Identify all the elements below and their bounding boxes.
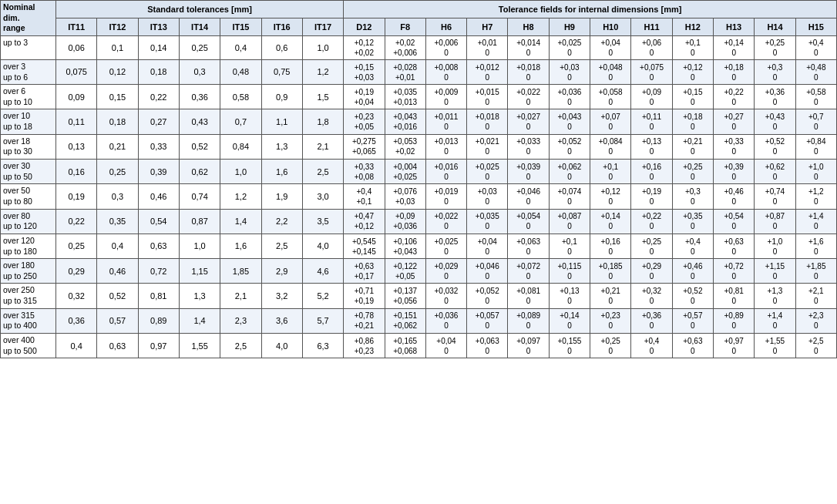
tol-value: +0,0570 — [467, 308, 508, 333]
it-value: 2,5 — [302, 160, 343, 184]
tol-value: +0,290 — [631, 259, 672, 284]
tol-value: +0,23+0,05 — [344, 109, 385, 134]
tol-value: +0,520 — [672, 284, 713, 308]
it-value: 4,0 — [261, 334, 302, 358]
it-value: 0,09 — [56, 85, 97, 109]
tol-value: +0,0090 — [425, 85, 466, 109]
it-value: 0,33 — [138, 134, 179, 159]
tol-value: +0,40 — [631, 334, 672, 358]
it-value: 0,36 — [179, 85, 220, 109]
tol-value: +0,040 — [467, 234, 508, 258]
header-it16: IT16 — [261, 18, 302, 35]
tol-value: +0,140 — [714, 35, 755, 59]
tol-value: +0,120 — [590, 184, 631, 209]
it-value: 0,97 — [138, 334, 179, 358]
it-value: 0,29 — [56, 259, 97, 284]
tol-value: +0,140 — [549, 308, 590, 333]
dim-range-cell: over 180up to 250 — [1, 259, 56, 284]
it-value: 1,0 — [179, 234, 220, 258]
tol-value: +0,040 — [590, 35, 631, 59]
tol-value: +0,0180 — [467, 109, 508, 134]
header-h13: H13 — [714, 18, 755, 35]
tol-value: +0,390 — [714, 160, 755, 184]
table-row: over 80up to 1200,220,350,540,871,42,23,… — [1, 209, 837, 234]
it-value: 1,2 — [302, 59, 343, 84]
tol-value: +0,890 — [714, 308, 755, 333]
header-it14: IT14 — [179, 18, 220, 35]
it-value: 4,6 — [302, 259, 343, 284]
it-value: 0,52 — [179, 134, 220, 159]
it-value: 2,9 — [261, 259, 302, 284]
table-row: over 315up to 4000,360,570,891,42,33,65,… — [1, 308, 837, 333]
subheader-row: IT11 IT12 IT13 IT14 IT15 IT16 IT17 D12 F… — [1, 18, 837, 35]
it-value: 0,81 — [138, 284, 179, 308]
it-value: 1,6 — [220, 234, 261, 258]
tol-value: +0,545+0,145 — [344, 234, 385, 258]
table-row: over 400up to 5000,40,630,971,552,54,06,… — [1, 334, 837, 358]
it-value: 0,32 — [56, 284, 97, 308]
tol-value: +0,570 — [672, 308, 713, 333]
header-d12: D12 — [344, 18, 385, 35]
table-row: over 10up to 180,110,180,270,430,71,11,8… — [1, 109, 837, 134]
tol-value: +0,720 — [714, 259, 755, 284]
tol-value: +0,0520 — [549, 134, 590, 159]
dim-range-cell: over 400up to 500 — [1, 334, 56, 358]
header-it17: IT17 — [302, 18, 343, 35]
tol-value: +0,10 — [590, 160, 631, 184]
tol-value: +0,0060 — [425, 35, 466, 59]
tol-value: +2,50 — [795, 334, 836, 358]
it-value: 0,14 — [138, 35, 179, 59]
tol-value: +0,130 — [549, 284, 590, 308]
it-value: 0,18 — [97, 109, 138, 134]
tol-value: +0,740 — [755, 184, 795, 209]
tol-value: +0,0190 — [425, 184, 466, 209]
it-value: 0,19 — [56, 184, 97, 209]
tol-value: +0,10 — [672, 35, 713, 59]
it-value: 2,2 — [261, 209, 302, 234]
dim-range-cell: over 250up to 315 — [1, 284, 56, 308]
tol-value: +0,360 — [755, 85, 795, 109]
tol-value: +0,330 — [714, 134, 755, 159]
tol-value: +0,0320 — [425, 284, 466, 308]
tol-value: +0,78+0,21 — [344, 308, 385, 333]
it-value: 0,16 — [56, 160, 97, 184]
it-value: 1,9 — [261, 184, 302, 209]
tol-value: +0,480 — [795, 59, 836, 84]
it-value: 1,0 — [302, 35, 343, 59]
tol-value: +0,0150 — [467, 85, 508, 109]
it-value: 2,5 — [261, 234, 302, 258]
tol-value: +2,10 — [795, 284, 836, 308]
it-value: 1,2 — [220, 184, 261, 209]
header-it13: IT13 — [138, 18, 179, 35]
tol-value: +0,70 — [795, 109, 836, 134]
tol-value: +0,053+0,02 — [385, 134, 425, 159]
it-value: 0,075 — [56, 59, 97, 84]
tol-value: +1,150 — [755, 259, 795, 284]
it-value: 0,54 — [138, 209, 179, 234]
tol-value: +0,86+0,23 — [344, 334, 385, 358]
tol-value: +1,550 — [755, 334, 795, 358]
tol-value: +0,0740 — [549, 184, 590, 209]
tol-value: +0,350 — [672, 209, 713, 234]
tol-value: +0,12+0,02 — [344, 35, 385, 59]
it-value: 0,75 — [261, 59, 302, 84]
it-value: 0,21 — [97, 134, 138, 159]
tol-value: +0,250 — [755, 35, 795, 59]
it-value: 5,2 — [302, 284, 343, 308]
it-value: 1,4 — [220, 209, 261, 234]
tol-value: +0,840 — [795, 134, 836, 159]
it-value: 0,27 — [138, 109, 179, 134]
header-it12: IT12 — [97, 18, 138, 35]
table-row: over 50up to 800,190,30,460,741,21,93,0+… — [1, 184, 837, 209]
tol-value: +0,160 — [590, 234, 631, 258]
tol-value: +0,1850 — [590, 259, 631, 284]
tol-value: +0,0250 — [467, 160, 508, 184]
it-value: 1,85 — [220, 259, 261, 284]
table-body: up to 30,060,10,140,250,40,61,0+0,12+0,0… — [1, 35, 837, 358]
it-value: 2,1 — [220, 284, 261, 308]
tol-value: +0,0180 — [508, 59, 549, 84]
tol-value: +0,460 — [714, 184, 755, 209]
tol-value: +0,030 — [467, 184, 508, 209]
it-value: 0,39 — [138, 160, 179, 184]
dim-range-cell: over 120up to 180 — [1, 234, 56, 258]
